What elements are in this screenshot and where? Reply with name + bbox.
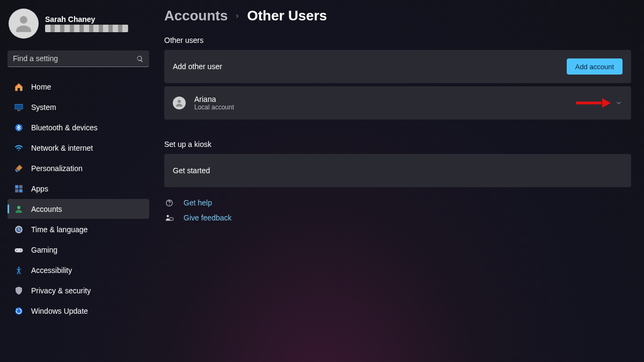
profile-block[interactable]: Sarah Chaney bbox=[8, 9, 149, 39]
sidebar-item-apps[interactable]: Apps bbox=[8, 179, 149, 198]
section-title-kiosk: Set up a kiosk bbox=[164, 140, 631, 149]
svg-point-15 bbox=[18, 267, 20, 268]
svg-point-0 bbox=[20, 16, 27, 24]
nav: Home System Bluetooth & devices Network … bbox=[8, 77, 149, 321]
sidebar-item-gaming[interactable]: Gaming bbox=[8, 240, 149, 260]
search-icon bbox=[136, 55, 144, 63]
sidebar-item-time[interactable]: Time & language bbox=[8, 219, 149, 239]
bluetooth-icon bbox=[14, 123, 24, 132]
svg-point-14 bbox=[20, 249, 21, 250]
breadcrumb: Accounts Other Users bbox=[164, 8, 631, 24]
kiosk-card[interactable]: Get started bbox=[164, 154, 631, 187]
sidebar-item-label: Windows Update bbox=[31, 307, 88, 315]
clock-icon bbox=[14, 225, 24, 234]
user-text: Ariana Local account bbox=[194, 95, 234, 111]
profile-name: Sarah Chaney bbox=[45, 15, 128, 24]
annotation-arrow-icon bbox=[576, 99, 610, 107]
person-icon bbox=[14, 204, 24, 214]
svg-rect-21 bbox=[170, 217, 173, 220]
sidebar-item-system[interactable]: System bbox=[8, 97, 149, 117]
svg-rect-12 bbox=[15, 248, 23, 253]
give-feedback-link[interactable]: Give feedback bbox=[184, 213, 232, 222]
sidebar-item-label: Bluetooth & devices bbox=[31, 123, 98, 132]
sidebar-item-label: Privacy & security bbox=[31, 286, 91, 295]
chevron-right-icon bbox=[234, 13, 240, 19]
add-account-button[interactable]: Add account bbox=[567, 58, 623, 75]
chevron-down-icon[interactable] bbox=[615, 99, 623, 107]
sidebar-item-update[interactable]: Windows Update bbox=[8, 301, 149, 321]
sidebar-item-home[interactable]: Home bbox=[8, 77, 149, 97]
sidebar-item-label: Accessibility bbox=[31, 266, 72, 275]
svg-rect-3 bbox=[17, 110, 20, 111]
sidebar-item-label: Personalization bbox=[31, 164, 83, 173]
svg-point-9 bbox=[17, 206, 20, 209]
sidebar-item-label: System bbox=[31, 103, 56, 112]
breadcrumb-parent[interactable]: Accounts bbox=[164, 8, 228, 24]
svg-rect-6 bbox=[19, 185, 23, 188]
user-right bbox=[576, 99, 623, 107]
search-wrap bbox=[8, 50, 149, 67]
sidebar-item-privacy[interactable]: Privacy & security bbox=[8, 280, 149, 300]
help-icon bbox=[164, 198, 174, 208]
sidebar-item-accounts[interactable]: Accounts bbox=[8, 199, 149, 219]
user-name: Ariana bbox=[194, 95, 234, 104]
svg-rect-7 bbox=[15, 189, 18, 192]
system-icon bbox=[14, 102, 24, 112]
apps-icon bbox=[14, 184, 24, 194]
home-icon bbox=[14, 82, 24, 92]
profile-text: Sarah Chaney bbox=[45, 15, 128, 32]
svg-point-13 bbox=[16, 249, 17, 250]
sidebar-item-label: Accounts bbox=[31, 205, 62, 213]
kiosk-cta-label: Get started bbox=[173, 166, 210, 175]
wifi-icon bbox=[14, 143, 24, 153]
sidebar: Sarah Chaney Home System Bluetooth & dev… bbox=[0, 0, 157, 362]
svg-point-17 bbox=[178, 100, 181, 103]
sidebar-item-network[interactable]: Network & internet bbox=[8, 138, 149, 158]
paintbrush-icon bbox=[14, 164, 24, 173]
sidebar-item-label: Network & internet bbox=[31, 144, 93, 152]
footer-links: Get help Give feedback bbox=[164, 198, 631, 223]
svg-rect-5 bbox=[15, 185, 18, 188]
update-icon bbox=[14, 306, 24, 316]
add-other-user-card: Add other user Add account bbox=[164, 50, 631, 83]
accessibility-icon bbox=[14, 265, 24, 275]
sidebar-item-label: Home bbox=[31, 83, 51, 91]
get-help-row[interactable]: Get help bbox=[164, 198, 631, 208]
section-title-other-users: Other users bbox=[164, 36, 631, 45]
sidebar-item-label: Apps bbox=[31, 184, 48, 193]
search-input[interactable] bbox=[8, 50, 149, 67]
sidebar-item-label: Time & language bbox=[31, 225, 87, 234]
breadcrumb-current: Other Users bbox=[247, 8, 327, 24]
user-row[interactable]: Ariana Local account bbox=[164, 86, 631, 120]
svg-rect-2 bbox=[15, 104, 23, 108]
sidebar-item-label: Gaming bbox=[31, 246, 57, 254]
svg-point-19 bbox=[169, 204, 169, 204]
user-avatar-icon bbox=[173, 97, 186, 109]
svg-point-20 bbox=[166, 215, 169, 217]
sidebar-item-accessibility[interactable]: Accessibility bbox=[8, 260, 149, 280]
profile-email-redacted bbox=[45, 25, 128, 32]
add-other-user-label: Add other user bbox=[173, 62, 222, 71]
shield-icon bbox=[14, 286, 24, 295]
gamepad-icon bbox=[14, 245, 24, 255]
svg-rect-8 bbox=[19, 189, 23, 192]
give-feedback-row[interactable]: Give feedback bbox=[164, 213, 631, 223]
get-help-link[interactable]: Get help bbox=[184, 198, 212, 207]
sidebar-item-personalization[interactable]: Personalization bbox=[8, 158, 149, 178]
main: Accounts Other Users Other users Add oth… bbox=[157, 0, 644, 362]
avatar-icon bbox=[9, 9, 39, 39]
sidebar-item-bluetooth[interactable]: Bluetooth & devices bbox=[8, 117, 149, 137]
user-left: Ariana Local account bbox=[173, 95, 234, 111]
feedback-icon bbox=[164, 213, 174, 223]
user-subtitle: Local account bbox=[194, 104, 234, 111]
